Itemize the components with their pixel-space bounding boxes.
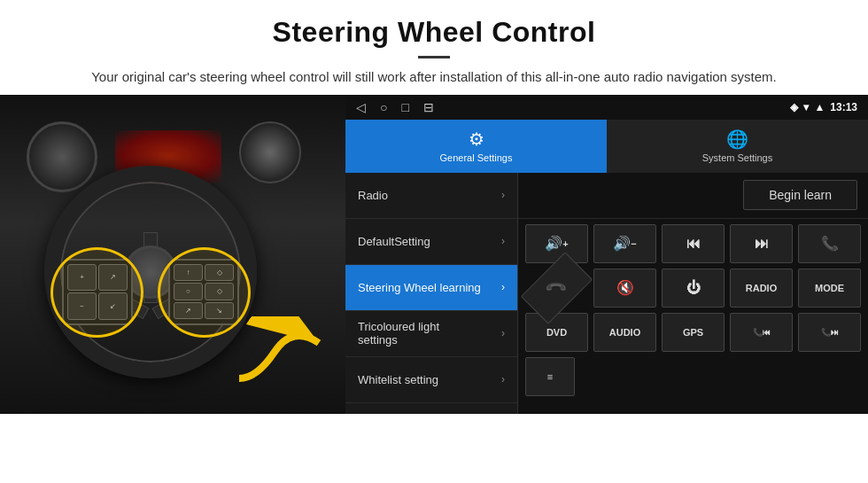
menu-item-default-setting[interactable]: DefaultSetting › [345,219,517,265]
gps-icon: ◈ [790,101,798,113]
btn-row-3: DVD AUDIO GPS 📞⏮ 📞⏭ [525,313,861,352]
menu-radio-label: Radio [358,189,388,202]
system-settings-icon: 🌐 [726,129,748,150]
tab-general-label: General Settings [440,152,513,163]
btn-radio[interactable]: RADIO [730,269,793,308]
page-header: Steering Wheel Control Your original car… [0,0,868,95]
btn-row-4: ≡ [525,357,861,396]
nav-recent-icon[interactable]: □ [401,100,408,114]
page-title: Steering Wheel Control [53,16,815,49]
menu-item-tricoloured[interactable]: Tricoloured lightsettings › [345,311,517,357]
tab-general-settings[interactable]: ⚙ General Settings [345,120,607,173]
btn-dvd[interactable]: DVD [525,313,588,352]
nav-back-icon[interactable]: ◁ [356,100,366,114]
signal-icon: ▲ [814,101,825,113]
btn-next-track[interactable]: ⏭ [730,224,793,263]
btn-row-2: 📞 🔇 ⏻ RADIO MODE [525,269,861,308]
sw-btn-vol-up: + [67,264,97,292]
menu-radio-chevron: › [501,189,505,201]
menu-item-whitelist[interactable]: Whitelist setting › [345,357,517,403]
btn-extra[interactable]: ≡ [525,357,575,396]
title-divider [418,56,450,58]
menu-steering-label: Steering Wheel learning [358,281,481,294]
menu-item-steering-wheel[interactable]: Steering Wheel learning › [345,265,517,311]
btn-call-next[interactable]: 📞⏭ [798,313,861,352]
btn-row-1: 🔊+ 🔊− ⏮ ⏭ 📞 [525,224,861,263]
status-bar: ◁ ○ □ ⊟ ◈ ▾ ▲ 13:13 [345,95,868,120]
sw-btn-r3: ○ [174,283,203,300]
settings-content: Radio › DefaultSetting › Steering Wheel … [345,173,868,414]
btn-mute[interactable]: 🔇 [593,269,656,308]
sw-btn-call: ↙ [98,292,128,320]
clock: 13:13 [830,101,857,113]
btn-audio[interactable]: AUDIO [593,313,656,352]
btn-gps[interactable]: GPS [662,313,725,352]
status-bar-info: ◈ ▾ ▲ 13:13 [790,101,857,113]
btn-vol-up[interactable]: 🔊+ [525,224,588,263]
menu-tricoloured-chevron: › [501,327,505,339]
tab-system-settings[interactable]: 🌐 System Settings [607,120,868,173]
begin-learn-button[interactable]: Begin learn [743,180,857,210]
sw-btn-r5: ↗ [174,302,203,320]
nav-menu-icon[interactable]: ⊟ [423,100,434,114]
btn-cluster-left: + ↗ − ↙ [62,259,133,325]
arrow-container [230,316,337,396]
android-screen: ◁ ○ □ ⊟ ◈ ▾ ▲ 13:13 ⚙ General Settings 🌐… [345,95,868,414]
sw-btn-mode: ↗ [98,264,128,292]
btn-call-answer[interactable]: 📞 [798,224,861,263]
menu-default-chevron: › [501,235,505,247]
menu-whitelist-label: Whitelist setting [358,373,438,386]
btn-vol-down[interactable]: 🔊− [593,224,656,263]
tab-system-label: System Settings [702,152,772,163]
sw-btn-r1: ↑ [174,264,203,282]
sw-btn-r2: ◇ [205,264,234,282]
nav-home-icon[interactable]: ○ [380,100,387,114]
btn-power[interactable]: ⏻ [662,269,725,308]
wifi-icon: ▾ [803,101,809,113]
general-settings-icon: ⚙ [469,129,484,150]
menu-default-label: DefaultSetting [358,235,430,248]
sw-btn-r4: ◇ [205,283,234,300]
arrow-icon [230,316,337,396]
sw-btn-vol-down: − [67,292,97,320]
menu-steering-chevron: › [501,281,505,293]
settings-menu: Radio › DefaultSetting › Steering Wheel … [345,173,518,414]
status-bar-nav: ◁ ○ □ ⊟ [356,100,434,114]
menu-tricoloured-label: Tricoloured lightsettings [358,320,439,347]
menu-tricoloured-row: Tricoloured lightsettings › [358,320,505,347]
menu-item-radio[interactable]: Radio › [345,173,517,219]
menu-whitelist-chevron: › [501,373,505,386]
btn-call-prev[interactable]: 📞⏮ [730,313,793,352]
btn-mode[interactable]: MODE [798,269,861,308]
main-content: + ↗ − ↙ ↑ ◇ ○ ◇ ↗ ↘ [0,95,868,414]
tab-bar: ⚙ General Settings 🌐 System Settings [345,120,868,173]
car-image-area: + ↗ − ↙ ↑ ◇ ○ ◇ ↗ ↘ [0,95,345,414]
steering-wheel: + ↗ − ↙ ↑ ◇ ○ ◇ ↗ ↘ [44,166,257,378]
page-subtitle: Your original car's steering wheel contr… [53,67,815,88]
btn-cluster-right: ↑ ◇ ○ ◇ ↗ ↘ [168,259,239,325]
settings-right: Begin learn 🔊+ 🔊− ⏮ ⏭ 📞 📞 🔇 ⏻ [518,173,868,414]
begin-learn-row: Begin learn [518,173,868,219]
button-grid: 🔊+ 🔊− ⏮ ⏭ 📞 📞 🔇 ⏻ RADIO MODE DV [518,219,868,407]
btn-prev-track[interactable]: ⏮ [662,224,725,263]
